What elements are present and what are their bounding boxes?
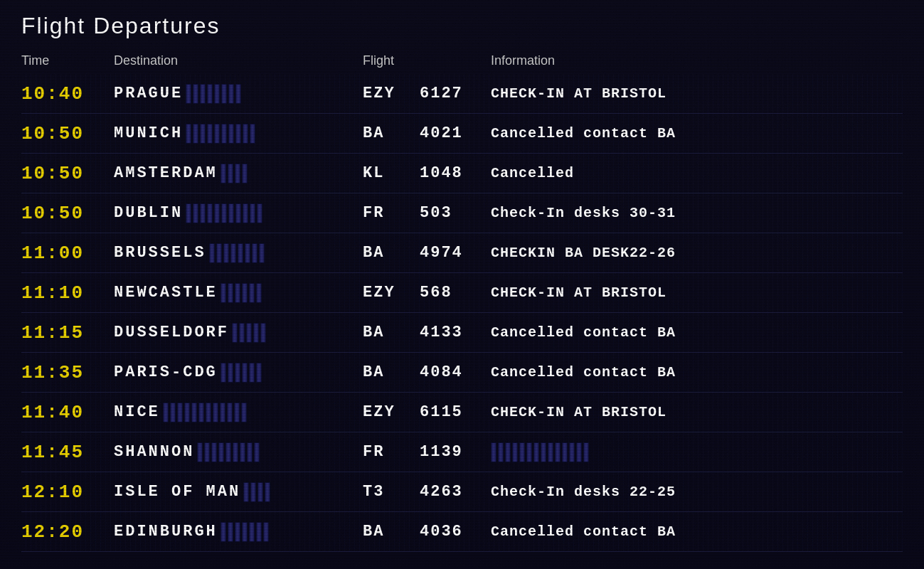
table-row: 12:10ISLE OF MANT34263Check-In desks 22-…	[21, 472, 903, 512]
flight-info: Check-In desks 30-31	[491, 205, 903, 221]
flight-time: 10:50	[21, 203, 114, 224]
flight-number: 4084	[420, 363, 491, 381]
table-row: 10:50AMSTERDAMKL1048Cancelled	[21, 154, 903, 193]
table-row: 11:40NICEEZY6115CHECK-IN AT BRISTOL	[21, 393, 903, 432]
flight-destination: EDINBURGH	[114, 522, 363, 542]
departures-board: Flight Departures Time Destination Fligh…	[0, 0, 924, 569]
table-row: 11:35PARIS-CDGBA4084Cancelled contact BA	[21, 353, 903, 393]
table-row: 11:45SHANNONFR1139	[21, 432, 903, 472]
flight-number: 1048	[420, 164, 491, 182]
flight-destination: SHANNON	[114, 442, 363, 462]
header-destination: Destination	[114, 53, 363, 68]
flight-number: 6127	[420, 85, 491, 102]
flight-number: 4263	[420, 483, 491, 501]
flight-time: 11:15	[21, 322, 114, 344]
flight-info: Check-In desks 22-25	[491, 484, 903, 500]
header-number	[420, 53, 491, 68]
flight-airline: BA	[363, 363, 420, 381]
flight-destination: PRAGUE	[114, 84, 363, 104]
table-row: 10:50DUBLINFR503Check-In desks 30-31	[21, 193, 903, 233]
table-row: 11:00BRUSSELSBA4974CHECKIN BA DESK22-26	[21, 233, 903, 273]
flight-airline: EZY	[363, 284, 420, 302]
flight-airline: BA	[363, 523, 420, 541]
flight-time: 10:50	[21, 123, 114, 144]
flight-number: 1139	[420, 443, 491, 461]
flight-destination: MUNICH	[114, 124, 363, 144]
table-row: 11:10NEWCASTLEEZY568CHECK-IN AT BRISTOL	[21, 273, 903, 313]
flight-info: CHECK-IN AT BRISTOL	[491, 85, 903, 102]
flight-destination: DUSSELDORF	[114, 323, 363, 343]
flight-destination: DUBLIN	[114, 203, 363, 223]
flight-time: 10:40	[21, 83, 114, 105]
flight-destination: ISLE OF MAN	[114, 482, 363, 502]
flight-time: 11:40	[21, 402, 114, 423]
flight-number: 4133	[420, 324, 491, 341]
flight-destination: NEWCASTLE	[114, 283, 363, 303]
flight-airline: BA	[363, 244, 420, 262]
flight-destination: AMSTERDAM	[114, 164, 363, 184]
flight-airline: FR	[363, 204, 420, 222]
flight-info: Cancelled contact BA	[491, 125, 903, 142]
flight-airline: KL	[363, 164, 420, 182]
table-row: 12:20EDINBURGHBA4036Cancelled contact BA	[21, 512, 903, 552]
flight-airline: T3	[363, 483, 420, 501]
flight-airline: EZY	[363, 403, 420, 421]
flight-list: 10:40PRAGUEEZY6127CHECK-IN AT BRISTOL10:…	[21, 74, 903, 552]
flight-time: 10:50	[21, 163, 114, 184]
flight-info: Cancelled contact BA	[491, 523, 903, 540]
flight-info: CHECKIN BA DESK22-26	[491, 245, 903, 261]
flight-time: 11:35	[21, 362, 114, 383]
flight-info: Cancelled contact BA	[491, 364, 903, 381]
flight-time: 11:00	[21, 243, 114, 264]
flight-info: CHECK-IN AT BRISTOL	[491, 404, 903, 420]
header-row: Time Destination Flight Information	[21, 50, 903, 74]
flight-time: 12:10	[21, 482, 114, 503]
flight-number: 4021	[420, 124, 491, 142]
flight-airline: BA	[363, 324, 420, 341]
flight-number: 4974	[420, 244, 491, 262]
flight-airline: FR	[363, 443, 420, 461]
flight-destination: NICE	[114, 403, 363, 422]
header-flight: Flight	[363, 53, 420, 68]
flight-info: Cancelled contact BA	[491, 324, 903, 341]
table-row: 11:15DUSSELDORFBA4133Cancelled contact B…	[21, 313, 903, 353]
flight-number: 503	[420, 204, 491, 222]
flight-number: 4036	[420, 523, 491, 541]
flight-time: 11:45	[21, 442, 114, 463]
table-row: 10:50MUNICHBA4021Cancelled contact BA	[21, 114, 903, 154]
flight-info: CHECK-IN AT BRISTOL	[491, 284, 903, 301]
header-information: Information	[491, 53, 903, 68]
flight-number: 568	[420, 284, 491, 302]
flight-time: 12:20	[21, 521, 114, 543]
flight-info	[491, 442, 903, 462]
flight-number: 6115	[420, 403, 491, 421]
table-row: 10:40PRAGUEEZY6127CHECK-IN AT BRISTOL	[21, 74, 903, 114]
flight-time: 11:10	[21, 282, 114, 304]
header-time: Time	[21, 53, 114, 68]
flight-info: Cancelled	[491, 165, 903, 181]
flight-airline: EZY	[363, 85, 420, 102]
flight-airline: BA	[363, 124, 420, 142]
flight-destination: BRUSSELS	[114, 243, 363, 263]
flight-destination: PARIS-CDG	[114, 363, 363, 383]
board-title: Flight Departures	[21, 13, 903, 39]
